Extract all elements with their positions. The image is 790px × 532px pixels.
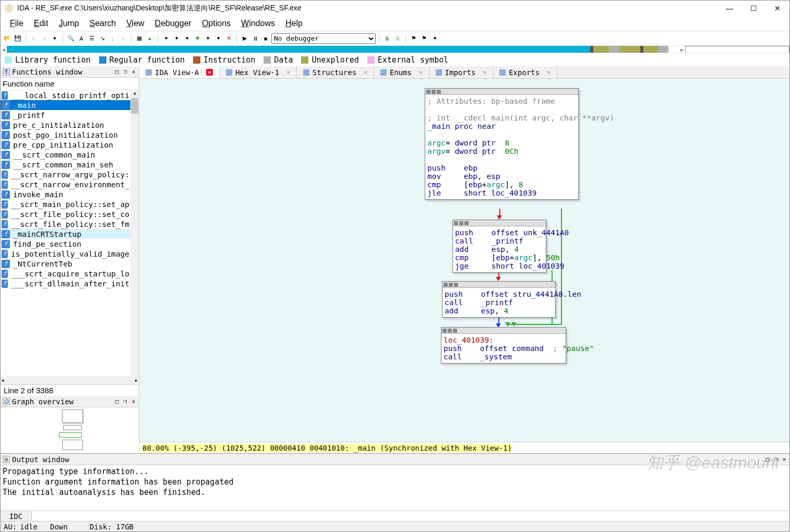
close-button[interactable]: ✕	[765, 1, 789, 16]
debugger-select[interactable]: No debugger	[271, 33, 376, 44]
panel-close-button[interactable]: ✕	[130, 68, 137, 75]
tab-structures[interactable]: Structures✕	[297, 66, 374, 78]
misc3-icon[interactable]: ✦	[430, 34, 439, 43]
script-icon[interactable]: ⎘	[393, 34, 402, 43]
function-item[interactable]: f__scrt_main_policy::set_ap	[1, 199, 130, 209]
binary-icon[interactable]: ☰	[87, 34, 97, 43]
panel-float-button[interactable]: □	[764, 456, 771, 463]
idc-button[interactable]: IDC	[1, 511, 32, 521]
function-item[interactable]: f___local_stdio_printf_opti	[1, 90, 130, 100]
function-item[interactable]: f___scrt_acquire_startup_lo	[1, 269, 130, 279]
function-item[interactable]: fpre_c_initialization	[1, 120, 130, 130]
menu-options[interactable]: Options	[197, 17, 236, 30]
function-list[interactable]: f___local_stdio_printf_optif_mainf_print…	[1, 90, 130, 376]
function-item[interactable]: fpre_cpp_initialization	[1, 140, 130, 150]
function-item[interactable]: f_mainCRTStartup	[1, 229, 130, 239]
forward-icon[interactable]: →	[40, 34, 49, 43]
minimize-button[interactable]: —	[717, 1, 741, 16]
output-body[interactable]: Propagating type information... Function…	[1, 465, 789, 511]
tab-close-icon[interactable]: ✕	[206, 69, 213, 76]
func-icon[interactable]: ✦	[213, 34, 223, 43]
panel-restore-button[interactable]: ❐	[122, 68, 128, 75]
struct-icon[interactable]: ✦	[182, 34, 191, 43]
debug-pause-icon[interactable]: ⏸	[250, 34, 260, 43]
code-block-branch1[interactable]: push offset unk_4441A0 call _printf add …	[452, 220, 546, 273]
idc-input[interactable]	[32, 511, 789, 521]
dropdown-icon[interactable]: ▾	[50, 34, 59, 43]
misc1-icon[interactable]: ⚑	[409, 34, 418, 43]
hex-icon[interactable]: ▦	[135, 34, 144, 43]
funclist-header[interactable]: Function name	[1, 78, 139, 90]
open-icon[interactable]: 📂	[3, 34, 12, 43]
xref-to-icon[interactable]: ↓	[108, 34, 117, 43]
panel-restore-button[interactable]: ❐	[122, 398, 128, 405]
graph-overview-canvas[interactable]	[1, 407, 139, 453]
delete-icon[interactable]: ✕	[224, 34, 233, 43]
snippet-icon[interactable]: ⎘	[382, 34, 392, 43]
panel-float-button[interactable]: □	[114, 398, 120, 405]
function-item[interactable]: f_NtCurrentTeb	[1, 259, 130, 269]
function-item[interactable]: f__scrt_narrow_environment_	[1, 179, 130, 189]
panel-close-button[interactable]: ✕	[781, 456, 787, 463]
function-item[interactable]: fis_potentially_valid_image	[1, 249, 130, 259]
xref-from-icon[interactable]: ↑	[118, 34, 128, 43]
function-item[interactable]: f__scrt_narrow_argv_policy:	[1, 170, 130, 179]
menu-view[interactable]: View	[121, 17, 149, 30]
menu-jump[interactable]: Jump	[53, 17, 84, 30]
menu-windows[interactable]: Windows	[236, 17, 280, 30]
tab-icon	[146, 69, 152, 76]
menu-file[interactable]: File	[5, 17, 29, 30]
plus-icon[interactable]: ✚	[193, 34, 202, 43]
run-icon[interactable]: ●	[145, 34, 154, 43]
tab-close-icon[interactable]: ✕	[364, 69, 367, 76]
tab-close-icon[interactable]: ✕	[547, 69, 550, 76]
funclist-hscrollbar[interactable]: ◂▸	[1, 376, 139, 384]
function-item[interactable]: f__scrt_common_main_seh	[1, 160, 130, 170]
function-item[interactable]: f__scrt_file_policy::set_fm	[1, 219, 130, 229]
function-item[interactable]: finvoke_main	[1, 189, 130, 199]
menu-debugger[interactable]: Debugger	[150, 17, 197, 30]
tab-ida-view-a[interactable]: IDA View-A✕	[139, 66, 220, 78]
tab-hex-view-1[interactable]: Hex View-1✕	[220, 66, 297, 78]
function-item[interactable]: ffind_pe_section	[1, 239, 130, 249]
code-block-main-entry[interactable]: ; Attributes: bp-based frame ; int __cde…	[425, 88, 579, 200]
misc2-icon[interactable]: ⚑	[420, 34, 429, 43]
code-block-loc[interactable]: loc_401039: push offset command ; "pause…	[441, 327, 566, 364]
tab-close-icon[interactable]: ✕	[483, 69, 487, 76]
function-item[interactable]: fpost_pgo_initialization	[1, 130, 130, 140]
function-item[interactable]: f_printf	[1, 110, 130, 120]
panel-restore-button[interactable]: ❐	[773, 456, 779, 463]
function-item[interactable]: f___scrt_dllmain_after_init	[1, 279, 130, 288]
menu-search[interactable]: Search	[85, 17, 122, 30]
data-icon[interactable]: ✦	[172, 34, 181, 43]
tab-enums[interactable]: Enums✕	[374, 66, 429, 78]
jumpto-icon[interactable]: ↘	[98, 34, 107, 43]
maximize-button[interactable]: ☐	[741, 1, 765, 16]
graph-view[interactable]: ; Attributes: bp-based frame ; int __cde…	[139, 79, 789, 442]
code-icon[interactable]: ✦	[161, 34, 171, 43]
tab-close-icon[interactable]: ✕	[419, 69, 423, 76]
tab-close-icon[interactable]: ✕	[286, 69, 290, 76]
tab-exports[interactable]: Exports✕	[493, 66, 557, 78]
names-icon[interactable]: 🔍	[66, 34, 76, 43]
function-name: pre_cpp_initialization	[13, 141, 113, 149]
back-icon[interactable]: ←	[29, 34, 39, 43]
debug-stop-icon[interactable]: ■	[261, 34, 270, 43]
nav-dropdown[interactable]	[685, 46, 789, 53]
function-item[interactable]: f_main	[1, 100, 130, 110]
function-item[interactable]: f__scrt_common_main	[1, 150, 130, 160]
tab-imports[interactable]: Imports✕	[429, 66, 494, 78]
menu-edit[interactable]: Edit	[29, 17, 54, 30]
enum-icon[interactable]: ✦	[203, 34, 212, 43]
navigation-strip[interactable]: ◂ ▸	[1, 45, 789, 53]
function-item[interactable]: f__scrt_file_policy::set_co	[1, 209, 130, 219]
text-icon[interactable]: A	[77, 34, 86, 43]
menu-help[interactable]: Help	[280, 17, 308, 30]
funclist-vscrollbar[interactable]: ▴	[130, 90, 139, 376]
debug-play-icon[interactable]: ▶	[240, 34, 249, 43]
function-icon: f	[2, 210, 8, 219]
save-icon[interactable]: 💾	[13, 34, 22, 43]
panel-close-button[interactable]: ✕	[130, 398, 137, 405]
code-block-branch2[interactable]: push offset stru_4441A8.len call _printf…	[442, 281, 556, 318]
panel-float-button[interactable]: □	[114, 68, 120, 75]
